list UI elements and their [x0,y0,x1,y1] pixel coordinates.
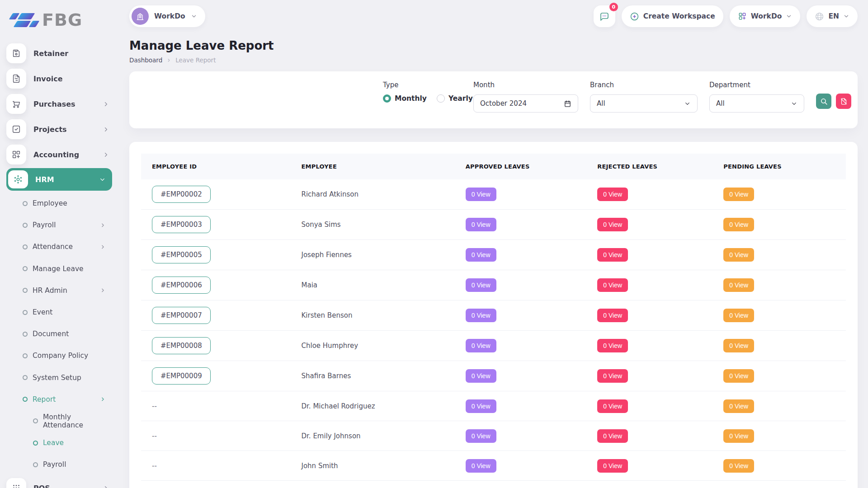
approved-view-button[interactable]: 0 View [466,339,496,352]
chevron-down-icon [191,13,197,19]
sidebar-item-leave[interactable]: Leave [0,432,119,454]
sidebar-item-attendance[interactable]: Attendance [0,236,119,258]
pending-view-button[interactable]: 0 View [723,218,754,231]
rejected-view-button[interactable]: 0 View [597,248,628,262]
calendar-icon [564,100,571,108]
workspace-switcher-button[interactable]: WorkDo [730,5,801,27]
branch-select[interactable]: All [590,94,698,113]
employee-name: Sonya Sims [302,221,341,229]
radio-yearly[interactable]: Yearly [437,94,473,103]
radio-dot-icon [383,94,391,103]
month-input[interactable]: October 2024 [473,94,578,113]
breadcrumb: Dashboard Leave Report [129,56,858,64]
leave-report-table-card: EMPLOYEE ID EMPLOYEE APPROVED LEAVES REJ… [129,142,858,488]
rejected-view-button[interactable]: 0 View [597,459,628,473]
sidebar-item-invoice[interactable]: Invoice [0,66,119,91]
table-row: #EMP00008 Chloe Humphrey 0 View 0 View 0… [141,331,846,361]
rejected-view-button[interactable]: 0 View [597,369,628,383]
approved-view-button[interactable]: 0 View [466,248,496,262]
approved-view-button[interactable]: 0 View [466,459,496,473]
approved-view-button[interactable]: 0 View [466,278,496,292]
approved-view-button[interactable]: 0 View [466,369,496,383]
sidebar-item-document[interactable]: Document [0,323,119,345]
pending-view-button[interactable]: 0 View [723,309,754,322]
sidebar-item-employee[interactable]: Employee [0,192,119,214]
sidebar-item-report[interactable]: Report [0,389,119,410]
rejected-view-button[interactable]: 0 View [597,399,628,413]
table-row: #EMP00007 Kirsten Benson 0 View 0 View 0… [141,300,846,331]
sidebar-item-company-policy[interactable]: Company Policy [0,345,119,366]
sidebar-item-projects[interactable]: Projects [0,117,119,142]
apps-grid-icon [6,478,26,488]
employee-id-badge: #EMP00002 [152,186,211,203]
sidebar-item-label: Invoice [33,75,63,83]
workspace-pill[interactable]: WorkDo [129,5,205,27]
pending-view-button[interactable]: 0 View [723,399,754,413]
breadcrumb-dashboard-link[interactable]: Dashboard [129,56,162,64]
rejected-view-button[interactable]: 0 View [597,429,628,443]
filter-card: Type Monthly Yearly Month October 2024 [129,71,858,128]
sidebar-item-hr-admin[interactable]: HR Admin [0,280,119,301]
invoice-icon [6,69,26,89]
rejected-view-button[interactable]: 0 View [597,309,628,322]
department-label: Department [709,81,804,89]
sidebar-item-report-payroll[interactable]: Payroll [0,454,119,475]
bullet-icon [23,288,28,293]
employee-name: Joseph Fiennes [302,251,352,259]
sidebar-item-manage-leave[interactable]: Manage Leave [0,258,119,280]
pending-view-button[interactable]: 0 View [723,369,754,383]
sidebar-item-pos[interactable]: POS [0,475,119,488]
rejected-view-button[interactable]: 0 View [597,339,628,352]
pending-view-button[interactable]: 0 View [723,339,754,352]
employee-name: Maia [302,281,318,289]
rejected-view-button[interactable]: 0 View [597,278,628,292]
employee-id-badge: #EMP00009 [152,367,211,385]
sidebar-item-label: Purchases [33,100,75,108]
rejected-view-button[interactable]: 0 View [597,188,628,201]
sidebar-item-label: Accounting [33,150,79,159]
table-row: #EMP00006 Maia 0 View 0 View 0 View [141,270,846,300]
app-logo[interactable]: FBG [0,5,119,34]
sidebar-item-hrm[interactable]: HRM [6,168,112,191]
pending-view-button[interactable]: 0 View [723,188,754,201]
approved-view-button[interactable]: 0 View [466,218,496,231]
table-row: #EMP00005 Joseph Fiennes 0 View 0 View 0… [141,240,846,270]
main-content: WorkDo 0 Create Workspace WorkDo [119,0,868,488]
reset-filter-button[interactable] [836,94,851,109]
approved-view-button[interactable]: 0 View [466,399,496,413]
pending-view-button[interactable]: 0 View [723,278,754,292]
chevron-right-icon [100,244,106,250]
chevron-down-icon [684,100,691,107]
approved-view-button[interactable]: 0 View [466,188,496,201]
department-select[interactable]: All [709,94,804,113]
pending-view-button[interactable]: 0 View [723,248,754,262]
search-button[interactable] [816,94,831,109]
filter-department-group: Department All [709,81,804,128]
sidebar-item-event[interactable]: Event [0,301,119,323]
sidebar-item-monthly-attendance[interactable]: Monthly Attendance [0,410,119,432]
language-button[interactable]: EN [807,5,858,27]
column-header-employee-id: EMPLOYEE ID [141,154,291,179]
floppy-icon [6,43,26,63]
sidebar-item-accounting[interactable]: Accounting [0,142,119,167]
employee-id-badge: #EMP00007 [152,307,211,324]
approved-view-button[interactable]: 0 View [466,429,496,443]
bullet-icon [23,353,28,358]
sidebar-item-purchases[interactable]: Purchases [0,91,119,117]
rejected-view-button[interactable]: 0 View [597,218,628,231]
create-workspace-button[interactable]: Create Workspace [622,5,723,27]
sidebar-item-payroll[interactable]: Payroll [0,214,119,236]
radio-monthly[interactable]: Monthly [383,94,427,103]
grid-plus-icon [738,12,747,21]
filter-type-group: Type Monthly Yearly [383,81,462,128]
sidebar-item-retainer[interactable]: Retainer [0,41,119,66]
sidebar-nav: Retainer Invoice Purchases Projects [0,41,119,488]
messages-button[interactable]: 0 [594,5,615,27]
pending-view-button[interactable]: 0 View [723,429,754,443]
logo-mark-icon [11,13,38,27]
sidebar-item-system-setup[interactable]: System Setup [0,367,119,389]
table-row: #EMP00009 Shafira Barnes 0 View 0 View 0… [141,361,846,391]
pending-view-button[interactable]: 0 View [723,459,754,473]
type-label: Type [383,81,462,89]
approved-view-button[interactable]: 0 View [466,309,496,322]
